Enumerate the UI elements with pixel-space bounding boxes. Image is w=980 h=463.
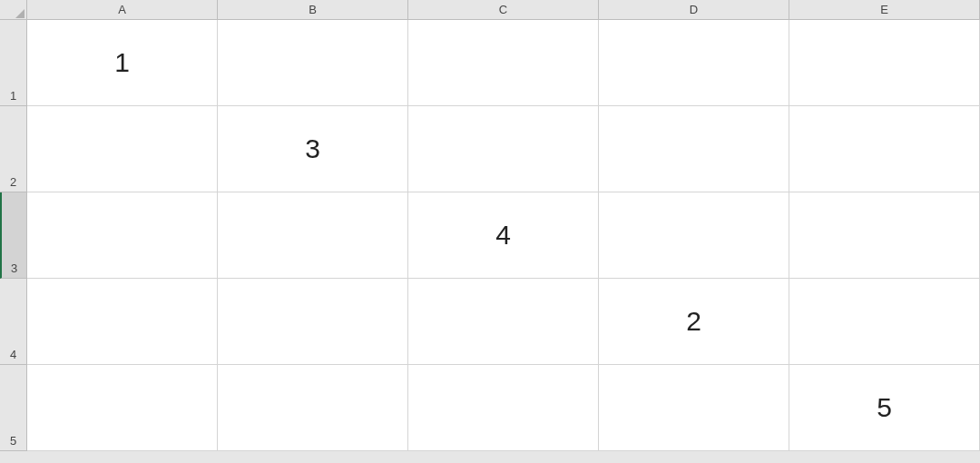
- cell-e4[interactable]: [789, 279, 980, 365]
- cell-d2[interactable]: [599, 106, 789, 192]
- column-header-c[interactable]: C: [408, 0, 599, 20]
- cell-c3[interactable]: 4: [408, 192, 599, 279]
- cell-d3[interactable]: [599, 192, 789, 279]
- cell-e3[interactable]: [789, 192, 980, 279]
- cell-b1[interactable]: [218, 20, 408, 106]
- column-header-b[interactable]: B: [218, 0, 408, 20]
- column-header-a[interactable]: A: [27, 0, 218, 20]
- row-header-4[interactable]: 4: [0, 279, 27, 365]
- select-all-triangle-icon: [15, 9, 24, 18]
- cell-a2[interactable]: [27, 106, 218, 192]
- cell-c1[interactable]: [408, 20, 599, 106]
- column-header-d[interactable]: D: [599, 0, 789, 20]
- cell-c5[interactable]: [408, 365, 599, 451]
- row-header-3[interactable]: 3: [0, 192, 27, 279]
- cell-d1[interactable]: [599, 20, 789, 106]
- cell-a1[interactable]: 1: [27, 20, 218, 106]
- cell-e2[interactable]: [789, 106, 980, 192]
- row-header-5[interactable]: 5: [0, 365, 27, 451]
- cell-e5[interactable]: 5: [789, 365, 980, 451]
- cell-a3[interactable]: [27, 192, 218, 279]
- cell-d4[interactable]: 2: [599, 279, 789, 365]
- column-header-e[interactable]: E: [789, 0, 980, 20]
- select-all-corner[interactable]: [0, 0, 27, 20]
- cell-b3[interactable]: [218, 192, 408, 279]
- cell-c4[interactable]: [408, 279, 599, 365]
- cell-c2[interactable]: [408, 106, 599, 192]
- cell-b2[interactable]: 3: [218, 106, 408, 192]
- cell-b5[interactable]: [218, 365, 408, 451]
- row-header-2[interactable]: 2: [0, 106, 27, 192]
- cell-e1[interactable]: [789, 20, 980, 106]
- cell-a5[interactable]: [27, 365, 218, 451]
- cell-d5[interactable]: [599, 365, 789, 451]
- cell-b4[interactable]: [218, 279, 408, 365]
- row-header-1[interactable]: 1: [0, 20, 27, 106]
- spreadsheet-grid: A B C D E 1 1 2 3 3 4 4 2 5 5: [0, 0, 980, 451]
- cell-a4[interactable]: [27, 279, 218, 365]
